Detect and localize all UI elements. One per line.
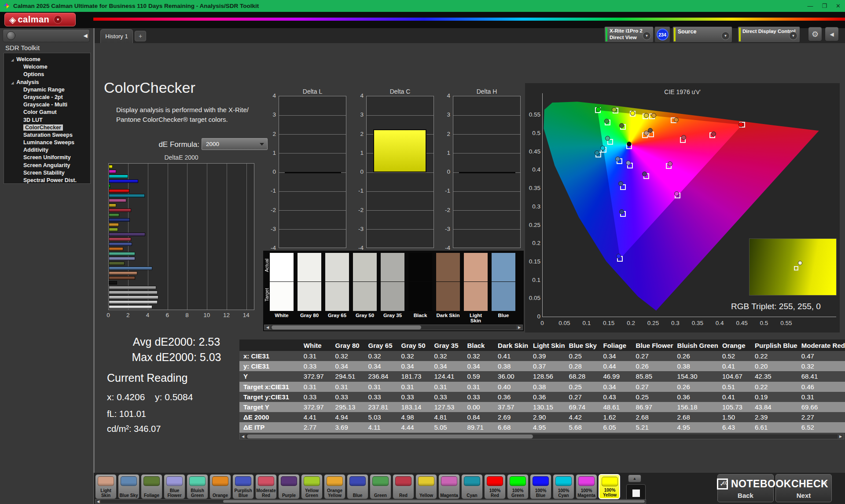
swatch-actual [270, 253, 294, 281]
chevron-down-icon[interactable]: ▼ [643, 32, 651, 40]
toolbar-scrollbar-thumb[interactable] [223, 500, 645, 503]
patch-button-blue-flower[interactable]: Blue Flower [164, 474, 185, 499]
current-reading-x: x: 0.4206 [107, 392, 145, 402]
swatch-scrollbar-thumb[interactable] [272, 325, 421, 329]
sidebar-radio-button[interactable] [7, 31, 15, 40]
expand-icon[interactable]: ◢ [11, 81, 14, 85]
tree-item-welcome[interactable]: Welcome [4, 63, 90, 71]
tree-item-screen-angularity[interactable]: Screen Angularity [4, 162, 90, 169]
scroll-left-icon[interactable]: ◀ [96, 500, 101, 503]
add-tab-button[interactable]: + [135, 31, 146, 41]
meter-dropdown[interactable]: X-Rite i1Pro 2 Direct View ▼ [604, 26, 654, 43]
patch-button-100-cyan[interactable]: 100% Cyan [553, 474, 574, 499]
patch-button-orange[interactable]: Orange [209, 474, 231, 499]
maximize-button[interactable]: ❐ [822, 3, 827, 9]
scroll-left-icon[interactable]: ◀ [265, 325, 271, 330]
patch-button-purplish-blue[interactable]: Purplish Blue [232, 474, 254, 499]
tree-item-colorchecker[interactable]: ColorChecker [4, 124, 90, 131]
tree-item-grayscale-multi[interactable]: Grayscale - Multi [4, 101, 90, 109]
tree-item-screen-stability[interactable]: Screen Stability [4, 169, 90, 177]
swatch-white [270, 253, 294, 311]
collapse-sidebar-icon[interactable]: ◀ [81, 30, 89, 41]
patch-button-green[interactable]: Green [370, 474, 391, 499]
tree-group-welcome[interactable]: ◢Welcome [4, 56, 90, 63]
table-scrollbar-thumb[interactable] [247, 435, 533, 438]
gridline [279, 134, 346, 135]
table-cell: 0.32 [331, 351, 364, 361]
calman-menu-button[interactable]: ◈ calman ▼ [4, 13, 76, 26]
tree-group-analysis[interactable]: ◢Analysis [4, 79, 90, 86]
patch-button-moderate-red[interactable]: Moderate Red [255, 474, 277, 499]
table-cell: 0.32 [797, 361, 845, 371]
table-row-label: Target Y [239, 402, 300, 412]
swatch-scrollbar[interactable]: ◀ ▶ [264, 325, 523, 330]
patch-button-blue[interactable]: Blue [347, 474, 368, 499]
table-cell: 0.36 [494, 392, 529, 402]
patch-button-purple[interactable]: Purple [278, 474, 300, 499]
table-cell: 0.33 [331, 392, 364, 402]
expand-icon[interactable]: ◢ [11, 58, 14, 62]
collapse-panel-icon[interactable]: ◀ [825, 27, 839, 41]
source-dropdown[interactable]: Source ▼ [672, 26, 732, 43]
tree-item-saturation-sweeps[interactable]: Saturation Sweeps [4, 131, 90, 139]
de-formula-select[interactable]: 2000 [202, 138, 268, 150]
swatch-target [436, 282, 460, 311]
tree-item-3d-lut[interactable]: 3D LUT [4, 117, 90, 124]
display-control-dropdown[interactable]: Direct Display Control ▼ [738, 26, 800, 43]
tree-item-color-gamut[interactable]: Color Gamut [4, 109, 90, 116]
tree-item-screen-uniformity[interactable]: Screen Uniformity [4, 154, 90, 161]
tree-item-label: Welcome [23, 64, 48, 70]
patch-button-100-red[interactable]: 100% Red [484, 474, 506, 499]
patch-button-bluish-green[interactable]: Bluish Green [187, 474, 208, 499]
table-cell: 46.99 [599, 371, 632, 381]
tree-item-dynamic-range[interactable]: Dynamic Range [4, 86, 90, 94]
table-scrollbar[interactable]: ◀ ▶ [239, 434, 844, 439]
tree-group-label: Analysis [16, 79, 39, 85]
gear-icon[interactable]: ⚙ [808, 27, 822, 41]
tab-history-1[interactable]: History 1 [100, 29, 133, 43]
patch-button-100-magenta[interactable]: 100% Magenta [576, 474, 597, 499]
meter-count-button[interactable]: 234 [654, 26, 670, 43]
scroll-right-icon[interactable]: ▶ [838, 434, 844, 439]
table-cell: 4.44 [397, 422, 430, 432]
back-button[interactable]: « Back [717, 474, 774, 502]
patch-color-chip [304, 476, 320, 486]
table-column-black: Black [463, 340, 494, 351]
tree-item-additivity[interactable]: Additivity [4, 146, 90, 154]
swatch-light-skin [464, 253, 488, 311]
tree-item-luminance-sweeps[interactable]: Luminance Sweeps [4, 139, 90, 146]
table-cell: 0.20 [751, 361, 797, 371]
tree-item-spectral-power-dist-[interactable]: Spectral Power Dist. [4, 177, 90, 184]
display-control-status-stripe [739, 28, 741, 41]
chevron-down-icon[interactable]: ▼ [721, 32, 730, 40]
table-body: x: CIE310.310.320.320.320.320.320.410.39… [239, 351, 845, 433]
patch-button-blue-sky[interactable]: Blue Sky [118, 474, 140, 499]
patch-button-100-yellow[interactable]: 100% Yellow [599, 474, 620, 499]
gridline [367, 115, 434, 116]
scroll-right-icon[interactable]: ▶ [516, 325, 522, 330]
table-cell: 0.38 [673, 361, 718, 371]
patch-button-magenta[interactable]: Magenta [438, 474, 460, 499]
scroll-up-icon[interactable]: ▲ [628, 475, 641, 482]
cie-y-tick-label: 0.15 [525, 258, 540, 265]
patch-button-yellow-green[interactable]: Yellow Green [301, 474, 323, 499]
close-button[interactable]: ✕ [836, 3, 841, 9]
toolbar-scrollbar[interactable]: ◀ [95, 499, 646, 504]
next-button[interactable]: » Next [775, 474, 832, 502]
chevron-down-icon[interactable]: ▼ [789, 32, 797, 40]
patch-button-red[interactable]: Red [393, 474, 414, 499]
patch-button-foliage[interactable]: Foliage [141, 474, 162, 499]
patch-button-100-green[interactable]: 100% Green [507, 474, 529, 499]
patch-button-yellow[interactable]: Yellow [415, 474, 437, 499]
patch-button-orange-yellow[interactable]: Orange Yellow [324, 474, 345, 499]
minimize-button[interactable]: — [807, 3, 813, 9]
gridline [453, 115, 520, 116]
tree-item-options[interactable]: Options [4, 71, 90, 78]
scroll-left-icon[interactable]: ◀ [240, 434, 246, 439]
patch-button-100-blue[interactable]: 100% Blue [530, 474, 551, 499]
patch-button-light-skin[interactable]: Light Skin [95, 474, 117, 499]
table-cell: 0.26 [673, 382, 718, 392]
patch-button-cyan[interactable]: Cyan [461, 474, 483, 499]
tree-item-grayscale-2pt[interactable]: Grayscale - 2pt [4, 94, 90, 101]
chevron-down-icon[interactable]: ▼ [54, 15, 62, 24]
